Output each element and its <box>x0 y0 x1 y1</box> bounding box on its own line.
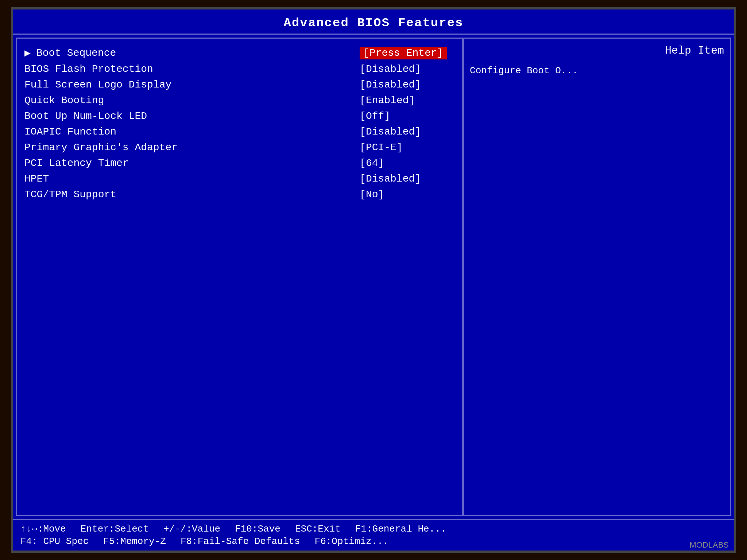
menu-item-label: TCG/TPM Support <box>24 189 360 200</box>
footer-key: F8:Fail-Safe Defaults <box>181 536 300 547</box>
menu-item-value: [No] <box>360 189 454 200</box>
footer-key: F10:Save <box>235 524 280 534</box>
main-content: ▶Boot Sequence[Press Enter]BIOS Flash Pr… <box>13 34 734 519</box>
menu-item-label: Boot Up Num-Lock LED <box>24 110 360 122</box>
menu-item-label: IOAPIC Function <box>24 126 360 137</box>
right-panel: Help Item Configure Boot O... <box>463 38 731 516</box>
menu-item-value: [Off] <box>360 110 454 122</box>
menu-row[interactable]: HPET[Disabled] <box>17 171 462 187</box>
menu-item-value: [Disabled] <box>360 173 454 184</box>
menu-item-value: [64] <box>360 158 454 169</box>
left-panel: ▶Boot Sequence[Press Enter]BIOS Flash Pr… <box>16 38 463 516</box>
menu-row[interactable]: ▶Boot Sequence[Press Enter] <box>17 44 462 61</box>
footer: ↑↓↔:MoveEnter:Select+/-/:ValueF10:SaveES… <box>13 519 734 551</box>
menu-item-text: Boot Up Num-Lock LED <box>24 110 147 122</box>
menu-row[interactable]: Primary Graphic's Adapter[PCI-E] <box>17 140 462 155</box>
menu-item-label: PCI Latency Timer <box>24 158 360 169</box>
menu-item-text: HPET <box>24 173 49 184</box>
footer-key: F1:General He... <box>355 524 446 534</box>
menu-item-value: [Disabled] <box>360 79 454 90</box>
menu-item-label: HPET <box>24 173 360 184</box>
footer-key: F6:Optimiz... <box>315 536 389 547</box>
footer-row-1: ↑↓↔:MoveEnter:Select+/-/:ValueF10:SaveES… <box>20 524 727 534</box>
menu-row[interactable]: Quick Booting[Enabled] <box>17 93 462 108</box>
help-title: Help Item <box>470 44 724 57</box>
menu-item-label: Quick Booting <box>24 95 360 106</box>
bios-screen: Advanced BIOS Features ▶Boot Sequence[Pr… <box>11 7 736 553</box>
menu-row[interactable]: PCI Latency Timer[64] <box>17 155 462 171</box>
page-title: Advanced BIOS Features <box>13 9 734 34</box>
menu-row[interactable]: Full Screen Logo Display[Disabled] <box>17 77 462 93</box>
menu-item-text: Quick Booting <box>24 95 104 106</box>
menu-item-text: Full Screen Logo Display <box>24 79 171 90</box>
menu-item-text: BIOS Flash Protection <box>24 63 153 75</box>
menu-item-text: TCG/TPM Support <box>24 189 116 200</box>
menu-item-text: Boot Sequence <box>36 47 116 59</box>
footer-row-2: F4: CPU SpecF5:Memory-ZF8:Fail-Safe Defa… <box>20 536 727 547</box>
menu-item-label: ▶Boot Sequence <box>24 47 360 59</box>
arrow-icon: ▶ <box>24 47 31 59</box>
menu-item-label: Full Screen Logo Display <box>24 79 360 90</box>
menu-row[interactable]: Boot Up Num-Lock LED[Off] <box>17 108 462 124</box>
menu-item-label: BIOS Flash Protection <box>24 63 360 75</box>
footer-key: Enter:Select <box>81 524 149 534</box>
menu-item-label: Primary Graphic's Adapter <box>24 142 360 153</box>
selected-value-highlight: [Press Enter] <box>360 47 446 59</box>
menu-row[interactable]: IOAPIC Function[Disabled] <box>17 124 462 140</box>
menu-item-text: Primary Graphic's Adapter <box>24 142 178 153</box>
menu-item-value: [Disabled] <box>360 63 454 75</box>
footer-key: +/-/:Value <box>163 524 220 534</box>
help-text: Configure Boot O... <box>470 64 724 77</box>
menu-item-value: [PCI-E] <box>360 142 454 153</box>
footer-key: F4: CPU Spec <box>20 536 89 547</box>
footer-key: ↑↓↔:Move <box>20 524 66 534</box>
menu-row[interactable]: BIOS Flash Protection[Disabled] <box>17 61 462 77</box>
menu-item-value: [Enabled] <box>360 95 454 106</box>
menu-row[interactable]: TCG/TPM Support[No] <box>17 187 462 202</box>
menu-item-text: PCI Latency Timer <box>24 158 129 169</box>
footer-key: F5:Memory-Z <box>103 536 166 547</box>
footer-key: ESC:Exit <box>295 524 341 534</box>
watermark: MODLABS <box>689 540 729 550</box>
menu-item-text: IOAPIC Function <box>24 126 116 137</box>
menu-item-value: [Press Enter] <box>360 47 454 59</box>
menu-item-value: [Disabled] <box>360 126 454 137</box>
